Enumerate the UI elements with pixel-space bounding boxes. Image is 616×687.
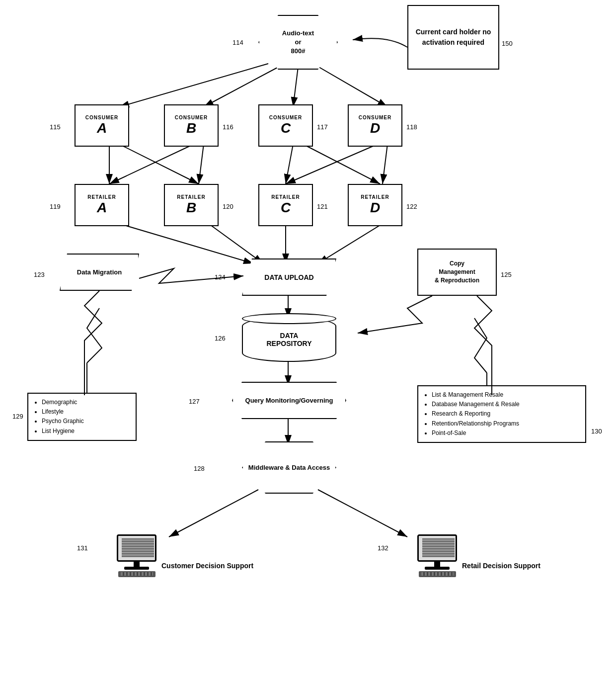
list-item: Database Management & Resale <box>432 400 579 409</box>
left-list-box: Demographic Lifestyle Psycho Graphic Lis… <box>27 393 137 441</box>
data-upload-node: DATA UPLOAD <box>242 258 336 296</box>
list-item: Psycho Graphic <box>42 417 130 426</box>
consumer-d-node: CONSUMER D <box>348 104 402 147</box>
svg-line-24 <box>318 490 407 537</box>
svg-line-14 <box>119 224 253 263</box>
svg-line-9 <box>199 144 204 184</box>
label-126: 126 <box>215 335 226 342</box>
query-monitoring-node: Query Monitoring/Governing <box>232 382 346 419</box>
query-monitoring-label: Query Monitoring/Governing <box>245 397 333 404</box>
retail-decision-computer <box>417 534 457 577</box>
label-115: 115 <box>50 123 61 131</box>
svg-line-13 <box>383 144 387 184</box>
consumer-c-node: CONSUMER C <box>258 104 313 147</box>
label-124: 124 <box>215 273 226 281</box>
middleware-label: Middleware & Data Access <box>248 464 330 471</box>
svg-line-23 <box>169 490 258 537</box>
label-131: 131 <box>77 544 88 552</box>
list-item: Research & Reporting <box>432 409 579 419</box>
data-repository-label: DATAREPOSITORY <box>266 332 311 347</box>
retailer-d-node: RETAILER D <box>348 184 402 226</box>
customer-decision-computer <box>117 534 156 577</box>
list-item: List Hygiene <box>42 427 130 436</box>
current-card-holder-label: Current card holder no activation requir… <box>408 27 498 48</box>
left-list: Demographic Lifestyle Psycho Graphic Lis… <box>34 398 130 436</box>
label-128: 128 <box>194 465 205 472</box>
label-125: 125 <box>501 271 512 278</box>
label-150: 150 <box>502 40 513 47</box>
label-122: 122 <box>406 203 417 210</box>
label-118: 118 <box>406 123 417 131</box>
svg-line-7 <box>119 144 199 184</box>
data-repository-node: DATAREPOSITORY <box>242 317 336 362</box>
copy-management-node: CopyManagement& Reproduction <box>417 249 497 296</box>
svg-line-15 <box>209 224 263 263</box>
retailer-a-node: RETAILER A <box>75 184 129 226</box>
current-card-holder-box: Current card holder no activation requir… <box>407 5 499 70</box>
list-item: Lifestyle <box>42 407 130 417</box>
list-item: Retention/Relationship Programs <box>432 419 579 429</box>
label-127: 127 <box>189 398 200 405</box>
svg-line-10 <box>286 144 293 184</box>
right-list-box: List & Management Resale Database Manage… <box>417 385 586 443</box>
label-114: 114 <box>232 39 243 46</box>
label-117: 117 <box>317 123 328 131</box>
middleware-node: Middleware & Data Access <box>242 441 336 494</box>
svg-line-2 <box>119 64 268 107</box>
label-120: 120 <box>223 203 233 210</box>
monitor-131 <box>117 534 156 562</box>
audio-text-node: Audio-textor800# <box>258 15 338 70</box>
consumer-b-node: CONSUMER B <box>164 104 219 147</box>
retailer-c-node: RETAILER C <box>258 184 313 226</box>
svg-line-11 <box>303 144 380 184</box>
copy-management-label: CopyManagement& Reproduction <box>435 259 479 284</box>
svg-line-12 <box>286 144 378 184</box>
label-123: 123 <box>34 271 45 278</box>
svg-line-4 <box>293 67 298 107</box>
monitor-132 <box>417 534 457 562</box>
right-list: List & Management Resale Database Manage… <box>424 390 579 438</box>
retail-decision-label: Retail Decision Support <box>462 562 540 570</box>
label-119: 119 <box>50 203 61 210</box>
consumer-a-node: CONSUMER A <box>75 104 129 147</box>
data-migration-label: Data Migration <box>77 268 122 276</box>
list-item: Demographic <box>42 398 130 407</box>
customer-decision-label: Customer Decision Support <box>161 562 253 570</box>
label-116: 116 <box>223 123 233 131</box>
label-129: 129 <box>12 413 23 420</box>
list-item: Point-of-Sale <box>432 429 579 438</box>
retailer-b-node: RETAILER B <box>164 184 219 226</box>
list-item: List & Management Resale <box>432 390 579 400</box>
label-121: 121 <box>317 203 328 210</box>
label-132: 132 <box>378 544 388 552</box>
svg-line-17 <box>318 224 383 263</box>
diagram-container: Current card holder no activation requir… <box>0 0 616 687</box>
svg-line-5 <box>313 64 387 107</box>
data-migration-node: Data Migration <box>60 254 139 291</box>
audio-text-label: Audio-textor800# <box>282 29 314 56</box>
data-upload-label: DATA UPLOAD <box>264 273 313 281</box>
svg-line-3 <box>204 67 278 107</box>
label-130: 130 <box>591 428 602 435</box>
svg-line-8 <box>109 144 194 184</box>
